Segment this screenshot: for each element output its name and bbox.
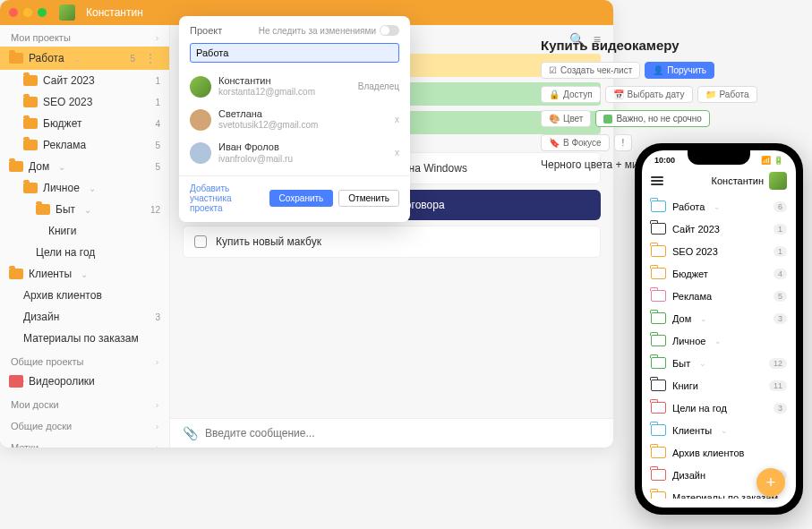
save-button[interactable]: Сохранить (269, 190, 334, 207)
folder-icon (651, 290, 666, 302)
folder-icon (651, 447, 666, 458)
kebab-icon[interactable]: ⋮ (141, 51, 160, 65)
sidebar-item-videoroliki[interactable]: Видеоролики (0, 371, 169, 392)
task-row[interactable]: Купить новый макбук (183, 226, 601, 258)
folder-icon: 📁 (705, 90, 716, 99)
phone-item-knigi[interactable]: Книги11 (642, 374, 796, 397)
folder-icon (23, 118, 38, 129)
section-labels[interactable]: Метки› (0, 435, 169, 448)
paperclip-icon[interactable]: 📎 (183, 426, 198, 440)
phone-item-budget[interactable]: Бюджет4 (642, 262, 796, 285)
minimize-window-button[interactable] (23, 8, 32, 17)
phone-notch (688, 150, 750, 165)
video-icon (9, 375, 23, 388)
close-window-button[interactable] (9, 8, 18, 17)
phone-item-arhiv[interactable]: Архив клиентов (642, 441, 796, 464)
folder-icon (23, 183, 38, 193)
sidebar-item-byt[interactable]: Быт⌄12 (0, 199, 169, 220)
bookmark-icon: 🔖 (549, 138, 560, 148)
role-badge: Владелец (358, 81, 399, 91)
folder-icon (651, 469, 666, 481)
folder-icon (651, 491, 666, 499)
section-my-boards[interactable]: Мои доски› (0, 392, 169, 414)
section-shared-projects[interactable]: Общие проекты› (0, 349, 169, 371)
avatar (190, 142, 211, 164)
sidebar-item-celi[interactable]: Цели на год (0, 242, 169, 263)
phone-user[interactable]: Константин (712, 172, 787, 190)
sidebar-item-sait[interactable]: Сайт 20231 (0, 70, 169, 91)
phone-item-celi[interactable]: Цели на год3 (642, 397, 796, 419)
folder-icon (9, 161, 23, 172)
project-name-input[interactable] (190, 43, 399, 63)
section-shared-boards[interactable]: Общие доски› (0, 414, 169, 435)
sidebar-item-knigi[interactable]: Книги (0, 220, 169, 242)
sidebar-item-seo[interactable]: SEO 20231 (0, 91, 169, 113)
project-settings-modal: Проект Не следить за изменениями Констан… (179, 16, 410, 222)
phone-item-dom[interactable]: Дом⌄3 (642, 307, 796, 329)
folder-icon (23, 140, 38, 150)
add-member-link[interactable]: Добавить участника проекта (190, 183, 259, 213)
folder-icon (651, 402, 666, 414)
folder-icon (23, 75, 38, 86)
phone-item-lichnoe[interactable]: Личное⌄ (642, 329, 796, 352)
chevron-right-icon: › (156, 443, 158, 448)
chevron-down-icon: ⌄ (73, 54, 81, 64)
cancel-button[interactable]: Отменить (338, 190, 399, 207)
phone-item-seo[interactable]: SEO 20231 (642, 240, 796, 262)
phone-item-klienty[interactable]: Клиенты⌄ (642, 419, 796, 441)
chip-checklist[interactable]: ☑Создать чек-лист (541, 62, 640, 79)
chip-important[interactable]: ! (614, 134, 633, 151)
member-row[interactable]: Иван Фроловivanfrolov@mail.ru x (179, 136, 410, 169)
folder-icon (9, 53, 23, 64)
chip-focus[interactable]: 🔖В Фокусе (541, 134, 610, 151)
phone-item-rabota[interactable]: Работа⌄6 (642, 195, 796, 218)
phone-item-reklama[interactable]: Реклама5 (642, 285, 796, 307)
folder-icon (651, 312, 666, 324)
sidebar-item-dom[interactable]: Дом⌄5 (0, 156, 169, 177)
phone-add-button[interactable]: + (756, 468, 785, 497)
hamburger-icon[interactable] (651, 176, 663, 185)
modal-title: Проект (190, 25, 222, 36)
member-row[interactable]: Константинkorstanta12@gmail.com Владелец (179, 70, 410, 103)
remove-member-button[interactable]: x (395, 148, 399, 158)
folder-icon (651, 357, 666, 369)
chip-color[interactable]: 🎨Цвет (541, 110, 591, 127)
sidebar-item-budget[interactable]: Бюджет4 (0, 113, 169, 134)
chip-assign[interactable]: 👤Поручить (645, 62, 714, 79)
chip-priority[interactable]: Важно, но не срочно (595, 110, 709, 127)
phone-time: 10:00 (654, 156, 675, 165)
checkbox[interactable] (194, 235, 207, 248)
chip-access[interactable]: 🔒Доступ (541, 86, 601, 103)
avatar (769, 172, 787, 190)
message-input[interactable] (205, 427, 601, 439)
phone-item-byt[interactable]: Быт⌄12 (642, 352, 796, 374)
task-title: Купить новый макбук (216, 235, 321, 248)
maximize-window-button[interactable] (38, 8, 47, 17)
chip-date[interactable]: 📅Выбрать дату (605, 86, 693, 103)
follow-label: Не следить за изменениями (259, 26, 376, 36)
folder-icon (36, 204, 50, 215)
chevron-down-icon: ⌄ (714, 202, 721, 211)
sidebar-item-materialy[interactable]: Материалы по заказам (0, 328, 169, 349)
priority-dot-icon (603, 115, 612, 124)
chevron-right-icon: › (156, 422, 158, 431)
follow-toggle[interactable] (380, 25, 399, 36)
detail-title: Купить видеокамеру (541, 38, 775, 53)
sidebar-item-lichnoe[interactable]: Личное⌄ (0, 177, 169, 199)
phone-item-sait[interactable]: Сайт 20231 (642, 218, 796, 240)
user-avatar[interactable] (59, 4, 75, 21)
item-count: 5 (130, 54, 135, 64)
chevron-down-icon: ⌄ (721, 426, 728, 435)
sidebar-item-dizain[interactable]: Дизайн3 (0, 306, 169, 328)
chip-project[interactable]: 📁Работа (697, 86, 757, 103)
chevron-down-icon: ⌄ (699, 359, 706, 368)
folder-icon (651, 245, 666, 257)
member-row[interactable]: Светланаsvetotusik12@gmail.com x (179, 103, 410, 136)
avatar (190, 76, 211, 98)
sidebar-item-arhiv[interactable]: Архив клиентов (0, 285, 169, 306)
remove-member-button[interactable]: x (395, 115, 399, 124)
section-my-projects[interactable]: Мои проекты› (0, 25, 169, 47)
sidebar-item-reklama[interactable]: Реклама5 (0, 134, 169, 156)
sidebar-item-klienty[interactable]: Клиенты⌄ (0, 263, 169, 285)
sidebar-item-rabota[interactable]: Работа ⌄ 5 ⋮ (0, 47, 169, 70)
